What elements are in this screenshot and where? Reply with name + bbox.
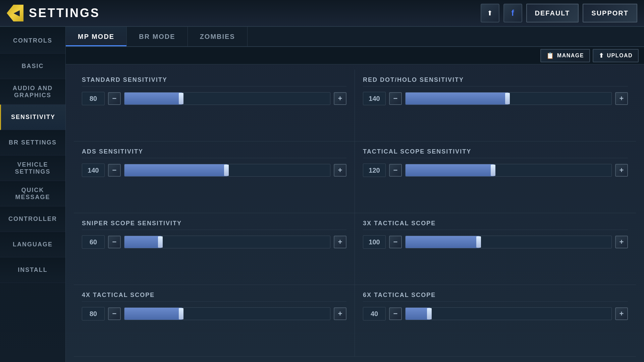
back-arrow-icon: ◀ <box>14 9 19 17</box>
slider-row-tactical-scope: 120 − + <box>363 164 628 177</box>
slider-thumb-tactical-scope[interactable] <box>491 165 495 176</box>
slider-track-sniper-scope[interactable] <box>124 236 330 248</box>
slider-minus-red-dot-holo[interactable]: − <box>389 92 402 105</box>
slider-plus-tactical-scope[interactable]: + <box>615 164 628 177</box>
default-button[interactable]: DEFAULT <box>526 4 579 22</box>
sidebar-item-controls[interactable]: CONTROLS <box>0 28 65 54</box>
slider-track-standard[interactable] <box>124 92 330 105</box>
slider-minus-6x-tactical[interactable]: − <box>389 307 402 320</box>
slider-plus-sniper-scope[interactable]: + <box>334 236 346 248</box>
facebook-icon-button[interactable]: f <box>503 4 522 22</box>
slider-fill-4x-tactical <box>124 308 182 320</box>
slider-row-3x-tactical: 100 − + <box>363 235 628 249</box>
slider-thumb-ads[interactable] <box>224 165 229 176</box>
slider-thumb-4x-tactical[interactable] <box>179 308 183 319</box>
slider-value-ads: 140 <box>82 164 105 177</box>
rank-icon: ⬆ <box>487 9 493 17</box>
tab-zombies[interactable]: ZOMBIES <box>188 27 248 46</box>
tabs-bar: MP MODEBR MODEZOMBIES <box>66 27 644 47</box>
slider-fill-3x-tactical <box>406 236 480 248</box>
slider-thumb-sniper-scope[interactable] <box>158 236 163 248</box>
slider-fill-6x-tactical <box>406 308 430 320</box>
slider-minus-standard[interactable]: − <box>108 92 121 105</box>
sensitivity-label-3x-tactical: 3x TACTICAL SCOPE <box>363 220 628 230</box>
rank-icon-button[interactable]: ⬆ <box>481 4 499 22</box>
slider-plus-3x-tactical[interactable]: + <box>615 236 628 248</box>
slider-track-4x-tactical[interactable] <box>124 307 330 320</box>
sensitivity-item-ads: ADS SENSITIVITY 140 − + <box>74 141 355 213</box>
slider-fill-standard <box>124 93 182 105</box>
slider-value-standard: 80 <box>82 92 105 105</box>
header: ◀ SETTINGS ⬆ f DEFAULT SUPPORT <box>0 0 644 27</box>
sidebar-item-basic[interactable]: BASIC <box>0 54 65 79</box>
slider-value-6x-tactical: 40 <box>363 307 386 320</box>
sidebar-item-install[interactable]: INSTALL <box>0 257 65 283</box>
sidebar-item-language[interactable]: LANGUAGE <box>0 232 65 257</box>
sidebar-item-vehicle-settings[interactable]: VEHICLE SETTINGS <box>0 156 65 181</box>
slider-track-6x-tactical[interactable] <box>405 307 612 320</box>
content-area: MP MODEBR MODEZOMBIES 📋 MANAGE ⬆ UPLOAD … <box>66 27 644 362</box>
sensitivity-label-sniper-scope: SNIPER SCOPE SENSITIVITY <box>82 220 346 230</box>
sensitivity-item-tactical-scope: TACTICAL SCOPE SENSITIVITY 120 − + <box>355 141 636 213</box>
manage-icon: 📋 <box>546 52 554 59</box>
manage-button[interactable]: 📋 MANAGE <box>540 49 590 62</box>
slider-plus-6x-tactical[interactable]: + <box>615 307 628 320</box>
slider-minus-sniper-scope[interactable]: − <box>108 236 121 248</box>
back-button[interactable]: ◀ <box>7 5 23 21</box>
sensitivity-item-3x-tactical: 3x TACTICAL SCOPE 100 − + <box>355 213 636 285</box>
sensitivity-label-red-dot-holo: RED DOT/HOLO SENSITIVITY <box>363 76 628 86</box>
support-button[interactable]: SUPPORT <box>583 4 637 22</box>
slider-thumb-3x-tactical[interactable] <box>476 236 481 248</box>
slider-plus-ads[interactable]: + <box>334 164 346 177</box>
sensitivity-item-6x-tactical: 6X TACTICAL SCOPE 40 − + <box>355 285 636 357</box>
sidebar: CONTROLSBASICAUDIO AND GRAPHICSSENSITIVI… <box>0 27 66 362</box>
slider-value-red-dot-holo: 140 <box>363 92 386 105</box>
facebook-icon: f <box>512 8 514 18</box>
sidebar-item-sensitivity[interactable]: SENSITIVITY <box>0 105 65 130</box>
slider-fill-sniper-scope <box>124 236 161 248</box>
slider-track-tactical-scope[interactable] <box>405 164 612 177</box>
slider-thumb-standard[interactable] <box>179 93 183 104</box>
header-right: ⬆ f DEFAULT SUPPORT <box>481 4 637 22</box>
slider-value-4x-tactical: 80 <box>82 307 105 320</box>
slider-value-tactical-scope: 120 <box>363 164 386 177</box>
sensitivity-item-4x-tactical: 4x TACTICAL SCOPE 80 − + <box>74 285 355 357</box>
sensitivity-item-sniper-scope: SNIPER SCOPE SENSITIVITY 60 − + <box>74 213 355 285</box>
slider-track-3x-tactical[interactable] <box>405 236 612 248</box>
slider-fill-red-dot-holo <box>406 93 508 105</box>
slider-plus-4x-tactical[interactable]: + <box>334 307 346 320</box>
slider-row-6x-tactical: 40 − + <box>363 307 628 320</box>
slider-minus-4x-tactical[interactable]: − <box>108 307 121 320</box>
sensitivity-label-standard: STANDARD SENSITIVITY <box>82 76 346 86</box>
sensitivity-label-tactical-scope: TACTICAL SCOPE SENSITIVITY <box>363 148 628 158</box>
slider-row-standard: 80 − + <box>82 92 346 105</box>
slider-minus-tactical-scope[interactable]: − <box>389 164 402 177</box>
sensitivity-label-4x-tactical: 4x TACTICAL SCOPE <box>82 292 346 302</box>
sensitivity-item-standard: STANDARD SENSITIVITY 80 − + <box>74 70 355 141</box>
slider-fill-tactical-scope <box>406 164 494 176</box>
slider-thumb-6x-tactical[interactable] <box>427 308 432 319</box>
slider-minus-3x-tactical[interactable]: − <box>389 236 402 248</box>
slider-plus-standard[interactable]: + <box>334 92 346 105</box>
tab-br-mode[interactable]: BR MODE <box>127 27 187 46</box>
slider-value-sniper-scope: 60 <box>82 235 105 249</box>
sidebar-item-br-settings[interactable]: BR SETTINGS <box>0 130 65 156</box>
slider-thumb-red-dot-holo[interactable] <box>505 93 510 104</box>
slider-row-4x-tactical: 80 − + <box>82 307 346 320</box>
sensitivity-label-ads: ADS SENSITIVITY <box>82 148 346 158</box>
sensitivity-label-6x-tactical: 6X TACTICAL SCOPE <box>363 292 628 302</box>
toolbar: 📋 MANAGE ⬆ UPLOAD <box>66 47 644 64</box>
slider-row-sniper-scope: 60 − + <box>82 235 346 249</box>
upload-button[interactable]: ⬆ UPLOAD <box>593 49 639 62</box>
sidebar-item-quick-message[interactable]: QUICK MESSAGE <box>0 181 65 206</box>
slider-track-red-dot-holo[interactable] <box>405 92 612 105</box>
slider-row-red-dot-holo: 140 − + <box>363 92 628 105</box>
sidebar-item-controller[interactable]: CONTROLLER <box>0 206 65 232</box>
slider-track-ads[interactable] <box>124 164 330 177</box>
slider-plus-red-dot-holo[interactable]: + <box>615 92 628 105</box>
slider-minus-ads[interactable]: − <box>108 164 121 177</box>
sidebar-item-audio-graphics[interactable]: AUDIO AND GRAPHICS <box>0 79 65 105</box>
sensitivity-item-red-dot-holo: RED DOT/HOLO SENSITIVITY 140 − + <box>355 70 636 141</box>
sensitivity-grid: STANDARD SENSITIVITY 80 − + RED DOT/HOLO… <box>66 64 644 362</box>
tab-mp-mode[interactable]: MP MODE <box>66 27 127 46</box>
